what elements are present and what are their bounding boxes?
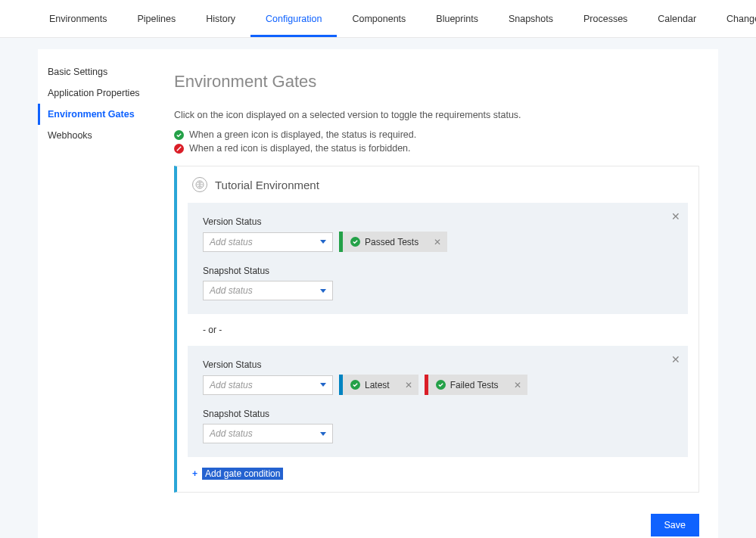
snapshot-status-label: Snapshot Status	[203, 409, 673, 419]
tab-history[interactable]: History	[191, 0, 250, 37]
chip-indicator	[339, 375, 343, 395]
environment-name: Tutorial Environment	[215, 179, 319, 191]
chevron-down-icon	[320, 240, 326, 244]
sidebar: Basic Settings Application Properties En…	[38, 49, 155, 538]
chevron-down-icon	[320, 289, 326, 293]
check-icon	[174, 130, 184, 140]
snapshot-status-select[interactable]: Add status	[203, 424, 333, 443]
sidebar-item-application-properties[interactable]: Application Properties	[38, 82, 155, 104]
add-status-placeholder: Add status	[210, 285, 253, 296]
forbidden-icon	[174, 144, 184, 154]
tab-snapshots[interactable]: Snapshots	[493, 0, 568, 37]
globe-icon	[192, 177, 207, 192]
add-status-placeholder: Add status	[210, 428, 253, 439]
gate-condition: ✕ Version Status Add status Latest	[188, 346, 688, 457]
snapshot-status-select[interactable]: Add status	[203, 281, 333, 300]
add-gate-label: Add gate condition	[202, 468, 283, 480]
tab-components[interactable]: Components	[337, 0, 421, 37]
chevron-down-icon	[320, 383, 326, 387]
chip-remove-icon[interactable]: ✕	[428, 237, 447, 247]
tab-blueprints[interactable]: Blueprints	[421, 0, 493, 37]
save-button[interactable]: Save	[651, 514, 700, 536]
status-chip: Passed Tests ✕	[339, 232, 447, 252]
snapshot-status-label: Snapshot Status	[203, 266, 673, 276]
top-tabbar: Environments Pipelines History Configura…	[0, 0, 756, 38]
version-status-select[interactable]: Add status	[203, 232, 333, 252]
tab-changes[interactable]: Changes	[711, 0, 756, 37]
add-gate-condition-link[interactable]: + Add gate condition	[177, 457, 698, 492]
tab-configuration[interactable]: Configuration	[250, 0, 337, 37]
check-icon[interactable]	[350, 380, 360, 390]
plus-icon: +	[192, 468, 198, 479]
chip-label: Passed Tests	[365, 237, 418, 247]
chip-indicator	[339, 232, 343, 252]
chip-label: Failed Tests	[450, 380, 499, 390]
tab-pipelines[interactable]: Pipelines	[122, 0, 191, 37]
remove-condition-icon[interactable]: ✕	[671, 210, 680, 222]
legend-forbidden: When a red icon is displayed, the status…	[174, 143, 699, 154]
sidebar-item-environment-gates[interactable]: Environment Gates	[38, 104, 155, 125]
legend-green-text: When a green icon is displayed, the stat…	[189, 129, 416, 140]
chip-indicator	[425, 375, 428, 395]
check-icon[interactable]	[436, 380, 446, 390]
tab-environments[interactable]: Environments	[34, 0, 122, 37]
add-status-placeholder: Add status	[210, 380, 253, 390]
environment-card: Tutorial Environment ✕ Version Status Ad…	[174, 166, 699, 493]
chevron-down-icon	[320, 432, 326, 436]
status-chip: Latest ✕	[339, 375, 418, 395]
intro-text: Click on the icon displayed on a selecte…	[174, 110, 699, 120]
legend-red-text: When a red icon is displayed, the status…	[189, 143, 411, 154]
status-chip: Failed Tests ✕	[425, 375, 527, 395]
sidebar-item-webhooks[interactable]: Webhooks	[38, 125, 155, 146]
chip-label: Latest	[365, 380, 390, 390]
sidebar-item-basic-settings[interactable]: Basic Settings	[38, 61, 155, 82]
version-status-select[interactable]: Add status	[203, 375, 333, 395]
tab-processes[interactable]: Processes	[568, 0, 642, 37]
chip-remove-icon[interactable]: ✕	[399, 380, 418, 390]
legend-required: When a green icon is displayed, the stat…	[174, 129, 699, 140]
gate-condition: ✕ Version Status Add status Passed Tes	[188, 203, 688, 314]
environment-header: Tutorial Environment	[177, 166, 698, 203]
main-content: Environment Gates Click on the icon disp…	[155, 49, 718, 538]
version-status-label: Version Status	[203, 216, 673, 227]
page-title: Environment Gates	[174, 72, 699, 92]
tab-calendar[interactable]: Calendar	[642, 0, 711, 37]
or-separator: - or -	[177, 314, 698, 346]
chip-remove-icon[interactable]: ✕	[508, 380, 527, 390]
version-status-label: Version Status	[203, 359, 673, 370]
remove-condition-icon[interactable]: ✕	[671, 353, 680, 365]
add-status-placeholder: Add status	[210, 237, 253, 247]
check-icon[interactable]	[350, 237, 360, 247]
